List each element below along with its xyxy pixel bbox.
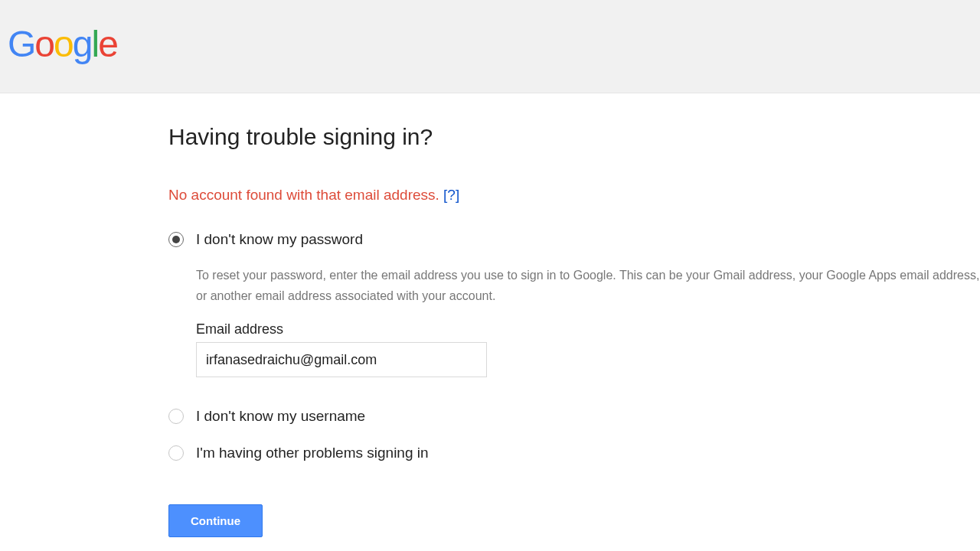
error-message: No account found with that email address…: [168, 187, 443, 203]
logo-letter: l: [91, 24, 98, 64]
email-field-label: Email address: [196, 321, 980, 337]
help-link[interactable]: [?]: [443, 187, 459, 203]
radio-icon[interactable]: [168, 409, 184, 424]
option-other-label: I'm having other problems signing in: [196, 445, 429, 461]
page-title: Having trouble signing in?: [168, 124, 980, 150]
radio-icon[interactable]: [168, 232, 184, 247]
logo-letter: e: [98, 24, 117, 64]
logo-letter: o: [34, 24, 54, 64]
option-password-label: I don't know my password: [196, 231, 363, 248]
option-username[interactable]: I don't know my username: [168, 408, 980, 425]
option-username-label: I don't know my username: [196, 408, 365, 425]
radio-icon[interactable]: [168, 445, 184, 461]
logo-letter: g: [73, 24, 92, 64]
google-logo: Google: [8, 24, 117, 64]
option-password[interactable]: I don't know my password: [168, 231, 980, 248]
main-content: Having trouble signing in? No account fo…: [0, 93, 980, 537]
password-help-text: To reset your password, enter the email …: [196, 265, 980, 306]
continue-button[interactable]: Continue: [168, 504, 263, 537]
header: Google: [0, 0, 980, 93]
logo-letter: G: [8, 24, 34, 64]
password-section: To reset your password, enter the email …: [168, 265, 980, 377]
logo-letter: o: [54, 24, 73, 64]
email-input[interactable]: [196, 342, 487, 377]
error-row: No account found with that email address…: [168, 187, 980, 204]
option-other[interactable]: I'm having other problems signing in: [168, 445, 980, 461]
